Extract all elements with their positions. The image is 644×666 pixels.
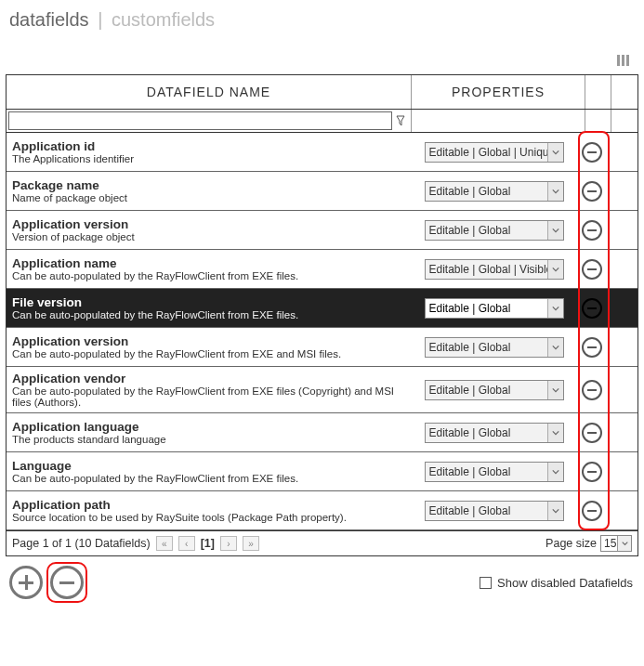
- properties-select[interactable]: Editable | Global: [425, 337, 564, 358]
- breadcrumb-sub: customfields: [112, 9, 215, 30]
- table-row[interactable]: Application vendorCan be auto-populated …: [7, 367, 637, 413]
- row-spacer: [608, 413, 637, 451]
- filter-icon[interactable]: [392, 111, 409, 130]
- properties-select[interactable]: Editable | Global: [425, 380, 564, 400]
- pager-prev-button[interactable]: ‹: [178, 536, 195, 551]
- properties-value: Editable | Global: [429, 465, 511, 478]
- table-row[interactable]: File versionCan be auto-populated by the…: [7, 289, 637, 328]
- row-spacer: [608, 452, 637, 490]
- table-row[interactable]: Package nameName of package objectEditab…: [7, 172, 637, 211]
- breadcrumb-main[interactable]: datafields: [9, 9, 89, 30]
- remove-row-button[interactable]: [582, 462, 602, 482]
- svg-rect-2: [626, 55, 629, 66]
- pager: Page 1 of 1 (10 Datafields) « ‹ [1] › » …: [7, 530, 637, 555]
- datafield-name: Application vendor: [12, 372, 406, 385]
- page-size-select[interactable]: 15: [600, 535, 632, 552]
- remove-row-button[interactable]: [582, 298, 602, 319]
- pager-last-button[interactable]: »: [243, 536, 259, 551]
- properties-value: Editable | Global: [429, 341, 511, 354]
- datafield-description: The products standard language: [12, 434, 406, 445]
- datafield-description: Can be auto-populated by the RayFlowClie…: [12, 473, 406, 484]
- pager-next-button[interactable]: ›: [220, 536, 237, 551]
- row-spacer: [608, 491, 637, 529]
- header-action-2: [611, 75, 637, 109]
- datafield-description: Source location to be used by RaySuite t…: [12, 512, 406, 523]
- svg-rect-0: [617, 55, 620, 66]
- properties-select[interactable]: Editable | Global | Visible: [425, 259, 564, 280]
- properties-select[interactable]: Editable | Global: [425, 298, 564, 319]
- datafield-name: Application version: [12, 334, 406, 348]
- table-row[interactable]: Application idThe Applications identifie…: [7, 133, 637, 172]
- datafield-name: Application language: [12, 420, 406, 434]
- remove-row-button[interactable]: [582, 423, 602, 443]
- properties-value: Editable | Global: [429, 185, 511, 198]
- row-spacer: [608, 328, 637, 366]
- filter-name-input[interactable]: [8, 111, 392, 130]
- remove-row-button[interactable]: [582, 259, 602, 280]
- table-row[interactable]: Application nameCan be auto-populated by…: [7, 250, 637, 289]
- add-datafield-button[interactable]: [9, 566, 43, 599]
- table-row[interactable]: Application versionCan be auto-populated…: [7, 328, 637, 367]
- datafield-description: Can be auto-populated by the RayFlowClie…: [12, 270, 406, 281]
- header-datafield-name[interactable]: DATAFIELD NAME: [7, 75, 412, 109]
- properties-value: Editable | Global: [429, 384, 511, 397]
- pager-summary: Page 1 of 1 (10 Datafields): [12, 537, 151, 550]
- show-disabled-label: Show disabled Datafields: [497, 576, 633, 590]
- remove-row-button[interactable]: [582, 220, 602, 241]
- properties-value: Editable | Global: [429, 426, 511, 439]
- properties-select[interactable]: Editable | Global: [425, 501, 564, 521]
- row-spacer: [608, 250, 637, 288]
- breadcrumb-separator: |: [98, 9, 102, 30]
- properties-value: Editable | Global: [429, 224, 511, 237]
- properties-select[interactable]: Editable | Global: [425, 181, 564, 202]
- datafield-name: File version: [12, 295, 406, 309]
- datafield-description: Can be auto-populated by the RayFlowClie…: [12, 348, 406, 359]
- svg-rect-1: [622, 55, 624, 66]
- datafield-name: Application path: [12, 498, 406, 512]
- row-spacer: [608, 289, 637, 327]
- datafield-name: Application name: [12, 256, 406, 270]
- remove-row-button[interactable]: [582, 181, 602, 202]
- properties-select[interactable]: Editable | Global: [425, 462, 564, 482]
- remove-row-button[interactable]: [582, 380, 602, 400]
- remove-datafield-button[interactable]: [50, 566, 84, 599]
- table-row[interactable]: Application pathSource location to be us…: [7, 491, 637, 530]
- page-size-label: Page size: [545, 537, 597, 550]
- datafields-grid: DATAFIELD NAME PROPERTIES Application id…: [6, 74, 638, 556]
- column-chooser-button[interactable]: [0, 53, 644, 74]
- datafield-description: Version of package object: [12, 231, 406, 242]
- properties-select[interactable]: Editable | Global | Unique |: [425, 142, 564, 163]
- pager-first-button[interactable]: «: [156, 536, 173, 551]
- pager-current-page: [1]: [201, 537, 215, 550]
- datafield-description: Can be auto-populated by the RayFlowClie…: [12, 309, 406, 320]
- rows-container: Application idThe Applications identifie…: [7, 133, 637, 530]
- properties-value: Editable | Global | Unique |: [429, 146, 561, 159]
- remove-row-button[interactable]: [582, 142, 602, 163]
- header-action-1: [585, 75, 611, 109]
- properties-value: Editable | Global: [429, 302, 511, 315]
- datafield-description: The Applications identifier: [12, 153, 406, 164]
- table-row[interactable]: LanguageCan be auto-populated by the Ray…: [7, 452, 637, 491]
- row-spacer: [608, 133, 637, 171]
- properties-value: Editable | Global | Visible: [429, 263, 553, 276]
- page-size-value: 15: [604, 537, 616, 550]
- datafield-name: Language: [12, 459, 406, 473]
- header-properties[interactable]: PROPERTIES: [412, 75, 585, 109]
- table-row[interactable]: Application versionVersion of package ob…: [7, 211, 637, 250]
- properties-value: Editable | Global: [429, 504, 511, 517]
- row-spacer: [608, 211, 637, 249]
- filter-row: [7, 110, 637, 133]
- datafield-name: Package name: [12, 178, 406, 192]
- properties-select[interactable]: Editable | Global: [425, 423, 564, 443]
- remove-row-button[interactable]: [582, 501, 602, 521]
- datafield-name: Application id: [12, 139, 406, 153]
- remove-row-button[interactable]: [582, 337, 602, 358]
- grid-header: DATAFIELD NAME PROPERTIES: [7, 75, 637, 110]
- datafield-name: Application version: [12, 217, 406, 231]
- row-spacer: [608, 367, 637, 412]
- table-row[interactable]: Application languageThe products standar…: [7, 413, 637, 452]
- footer: Show disabled Datafields: [0, 556, 644, 607]
- show-disabled-checkbox[interactable]: [480, 577, 492, 589]
- properties-select[interactable]: Editable | Global: [425, 220, 564, 241]
- datafield-description: Can be auto-populated by the RayFlowClie…: [12, 385, 406, 408]
